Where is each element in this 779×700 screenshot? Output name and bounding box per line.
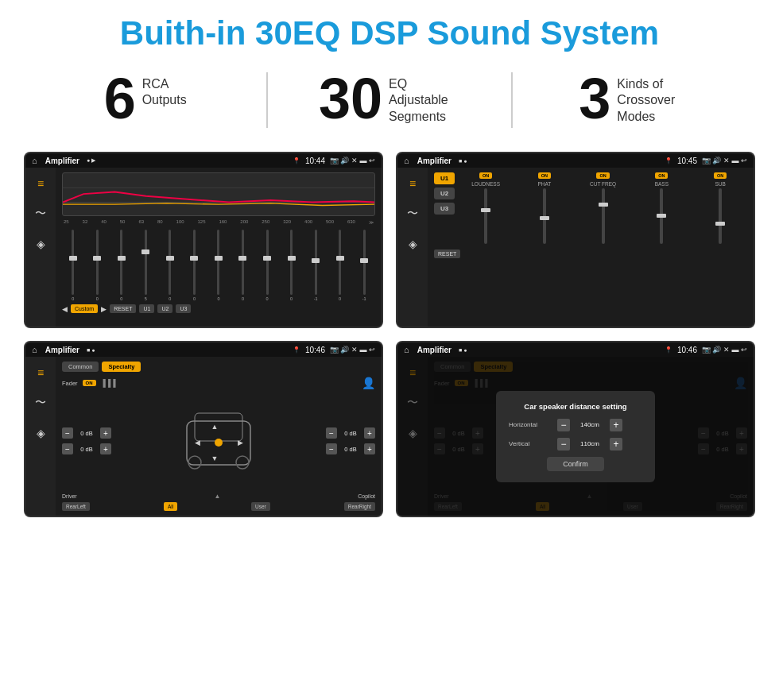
eq-location-icon: 📍 [293, 157, 300, 164]
fader-sidebar-wave-icon[interactable]: 〜 [31, 393, 50, 412]
u3-button[interactable]: U3 [434, 203, 455, 215]
vol-fl-plus[interactable]: + [100, 427, 111, 439]
eq-prev-icon[interactable]: ◀ [62, 305, 68, 313]
vol-rr-plus[interactable]: + [364, 443, 375, 454]
u2-button[interactable]: U2 [434, 188, 455, 199]
eq-u1-btn[interactable]: U1 [139, 304, 154, 313]
eq-next-icon[interactable]: ▶ [101, 305, 107, 313]
eq-graph [62, 172, 375, 216]
distance-time: 10:46 [677, 346, 697, 354]
eq-time: 10:44 [305, 157, 325, 165]
bass-label: BASS [655, 181, 669, 187]
fader-status-dots: ■ ● [87, 347, 95, 353]
eq-slider-4[interactable]: 5 [135, 230, 157, 301]
distance-screen: ⌂ Amplifier ■ ● 📍 10:46 📷 🔊 ✕ ▬ ↩ ≡ 〜 ◈ … [396, 341, 755, 517]
u1-button[interactable]: U1 [434, 172, 455, 184]
fader-tab-common[interactable]: Common [62, 362, 99, 372]
vol-rr-value: 0 dB [339, 446, 362, 453]
dialog-vertical-plus[interactable]: + [610, 438, 622, 451]
crossover-time: 10:45 [677, 157, 697, 165]
fader-user-btn[interactable]: User [251, 502, 270, 511]
crossover-sidebar: ≡ 〜 ◈ [397, 168, 428, 327]
fader-all-btn[interactable]: All [164, 502, 177, 511]
home-icon[interactable]: ⌂ [32, 156, 37, 165]
dialog-vertical-minus[interactable]: − [557, 438, 570, 451]
crossover-main: U1 U2 U3 ON LOUDNESS ON [428, 168, 754, 327]
vol-row-fr: − 0 dB + [326, 427, 375, 439]
stat-crossover-number: 3 [579, 70, 610, 127]
stat-crossover-label: Kinds of Crossover Modes [617, 76, 688, 126]
eq-sidebar-speaker-icon[interactable]: ◈ [31, 234, 50, 253]
fader-sidebar-eq-icon[interactable]: ≡ [31, 363, 50, 382]
fader-top: Fader ON ▐▐▐ 👤 [62, 377, 375, 389]
phat-slider[interactable] [543, 188, 546, 244]
crossover-sidebar-wave-icon[interactable]: 〜 [403, 204, 422, 223]
vol-rl-plus[interactable]: + [100, 443, 111, 454]
dialog-confirm-button[interactable]: Confirm [547, 457, 604, 471]
bass-slider[interactable] [660, 188, 663, 244]
dialog-vertical-row: Vertical − 110cm + [509, 438, 642, 451]
eq-slider-8[interactable]: 0 [232, 230, 254, 301]
loudness-slider[interactable] [484, 188, 487, 244]
eq-slider-10[interactable]: 0 [281, 230, 303, 301]
eq-slider-9[interactable]: 0 [256, 230, 278, 301]
fader-bottom-2: RearLeft All User RearRight [62, 502, 375, 511]
dialog-horizontal-plus[interactable]: + [610, 419, 622, 431]
eq-slider-5[interactable]: 0 [159, 230, 181, 301]
eq-sidebar-eq-icon[interactable]: ≡ [31, 174, 50, 193]
eq-main: 25 32 40 50 63 80 100 125 160 200 250 32… [56, 168, 382, 327]
vol-fr-plus[interactable]: + [364, 427, 375, 439]
fader-sidebar-speaker-icon[interactable]: ◈ [31, 423, 50, 443]
crossover-home-icon[interactable]: ⌂ [404, 156, 409, 165]
eq-u3-btn[interactable]: U3 [176, 304, 191, 313]
cutfreq-slider[interactable] [602, 188, 605, 244]
distance-content: ≡ 〜 ◈ Common Specialty Fader ON ▐▐▐ 👤 [397, 357, 754, 516]
svg-text:▶: ▶ [238, 439, 243, 447]
crossover-content: ≡ 〜 ◈ U1 U2 U3 ON LOUDNESS [397, 168, 754, 327]
fader-rearright-btn[interactable]: RearRight [344, 502, 375, 511]
vol-rl-value: 0 dB [76, 446, 98, 453]
vol-rr-minus[interactable]: − [326, 443, 337, 454]
eq-slider-12[interactable]: 0 [329, 230, 351, 301]
vol-fl-minus[interactable]: − [62, 427, 73, 439]
fader-arrow-up-icon: ▲ [214, 493, 220, 500]
fader-main: Common Specialty Fader ON ▐▐▐ 👤 − [56, 357, 382, 516]
eq-slider-1[interactable]: 0 [62, 230, 84, 301]
car-diagram: ▲ ▼ ◀ ▶ [118, 405, 320, 477]
vol-fr-value: 0 dB [339, 430, 362, 437]
crossover-top: U1 U2 U3 ON LOUDNESS ON [434, 172, 747, 244]
crossover-screen: ⌂ Amplifier ■ ● 📍 10:45 📷 🔊 ✕ ▬ ↩ ≡ 〜 ◈ … [396, 152, 755, 328]
fader-tab-specialty[interactable]: Specialty [102, 362, 141, 372]
distance-status-icons: 📷 🔊 ✕ ▬ ↩ [702, 346, 747, 354]
crossover-sidebar-eq-icon[interactable]: ≡ [403, 174, 422, 193]
fader-rearleft-btn[interactable]: RearLeft [62, 502, 90, 511]
crossover-sidebar-speaker-icon[interactable]: ◈ [403, 234, 422, 253]
eq-reset-btn[interactable]: RESET [110, 304, 136, 313]
eq-slider-2[interactable]: 0 [87, 230, 109, 301]
crossover-status-bar: ⌂ Amplifier ■ ● 📍 10:45 📷 🔊 ✕ ▬ ↩ [397, 153, 754, 168]
distance-home-icon[interactable]: ⌂ [404, 345, 409, 354]
vol-fr-minus[interactable]: − [326, 427, 337, 439]
eq-slider-11[interactable]: -1 [304, 230, 327, 301]
dialog-horizontal-minus[interactable]: − [557, 419, 570, 431]
fader-person-icon: 👤 [362, 377, 375, 389]
eq-slider-13[interactable]: -1 [353, 230, 375, 301]
eq-sidebar-wave-icon[interactable]: 〜 [31, 204, 50, 223]
svg-text:▲: ▲ [211, 423, 219, 431]
svg-text:▼: ▼ [211, 454, 219, 462]
fader-home-icon[interactable]: ⌂ [32, 345, 37, 354]
crossover-reset-btn[interactable]: RESET [434, 249, 460, 258]
eq-custom-btn[interactable]: Custom [71, 304, 98, 313]
eq-slider-7[interactable]: 0 [207, 230, 230, 301]
fader-driver-label: Driver [62, 493, 77, 499]
vol-row-rl: − 0 dB + [62, 443, 111, 454]
crossover-status-icons: 📷 🔊 ✕ ▬ ↩ [702, 157, 747, 164]
svg-text:◀: ◀ [195, 439, 200, 447]
vol-rl-minus[interactable]: − [62, 443, 73, 454]
eq-slider-6[interactable]: 0 [184, 230, 206, 301]
screens-grid: ⌂ Amplifier ● ▶ 📍 10:44 📷 🔊 ✕ ▬ ↩ ≡ 〜 ◈ [0, 144, 779, 533]
eq-u2-btn[interactable]: U2 [157, 304, 172, 313]
sub-slider[interactable] [719, 188, 722, 244]
eq-slider-3[interactable]: 0 [110, 230, 133, 301]
loudness-channel: ON LOUDNESS [459, 172, 513, 244]
